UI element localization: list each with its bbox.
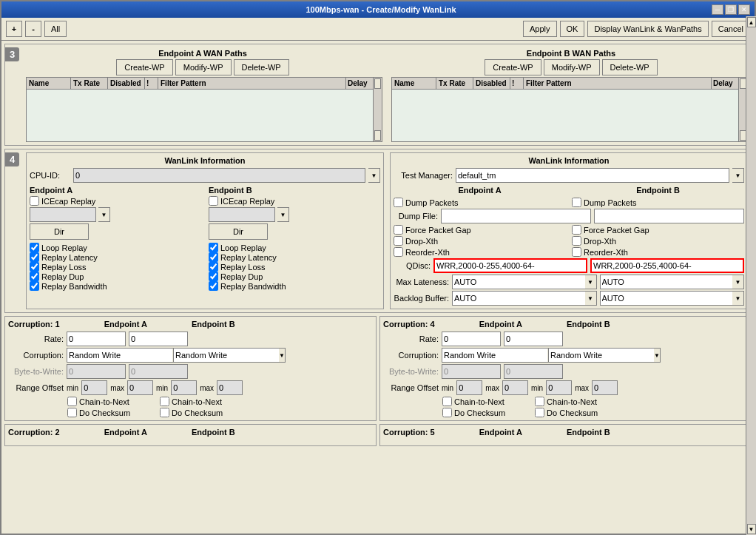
scrollbar-down-btn[interactable]: ▼ bbox=[747, 524, 756, 534]
corr1-checksum-a-check[interactable] bbox=[67, 408, 77, 417]
ep-b-replay-dropdown[interactable]: ▼ bbox=[277, 207, 289, 222]
corr1-min-a-input[interactable] bbox=[81, 380, 107, 395]
ep-a-dir-btn[interactable]: Dir bbox=[30, 223, 89, 240]
corr4-checksum-a-check[interactable] bbox=[442, 408, 452, 417]
corr4-checksum-b-check[interactable] bbox=[535, 408, 544, 417]
ep-a-replay-dup-check[interactable] bbox=[30, 272, 39, 281]
ep-b-drop-xth-check[interactable] bbox=[572, 236, 581, 246]
corr4-rate-a-input[interactable] bbox=[442, 332, 501, 346]
ep-a-reorder-xth-check[interactable] bbox=[394, 247, 403, 257]
close-btn[interactable]: ✕ bbox=[738, 4, 750, 15]
dump-file-b-input[interactable] bbox=[594, 209, 744, 223]
title-bar: 100Mbps-wan - Create/Modify WanLink ─ ❐ … bbox=[1, 1, 755, 18]
ep-a-dump-packets-label: Dump Packets bbox=[405, 198, 459, 207]
ep-a-replay-loss-check[interactable] bbox=[30, 262, 39, 272]
max-lateness-b-input[interactable] bbox=[600, 275, 733, 289]
plus-button[interactable]: + bbox=[6, 21, 22, 37]
ep-a-icecap-label: ICEcap Replay bbox=[41, 197, 95, 206]
ep-b-dump-packets-check[interactable] bbox=[572, 198, 581, 207]
ep-b-delete-wp-btn[interactable]: Delete-WP bbox=[602, 59, 658, 75]
test-manager-input[interactable] bbox=[456, 168, 729, 183]
ep-b-reorder-xth-check[interactable] bbox=[572, 247, 581, 257]
test-manager-dropdown[interactable]: ▼ bbox=[732, 168, 744, 183]
max-lateness-b-dropdown[interactable]: ▼ bbox=[732, 275, 744, 289]
corr4-byte-a-input[interactable] bbox=[442, 364, 501, 379]
corr4-chain-a-check[interactable] bbox=[442, 397, 452, 406]
display-wanlink-button[interactable]: Display WanLink & WanPaths bbox=[587, 21, 708, 37]
ep-a-replay-dropdown[interactable]: ▼ bbox=[98, 207, 110, 222]
minimize-btn[interactable]: ─ bbox=[712, 4, 723, 15]
max-lateness-a-dropdown[interactable]: ▼ bbox=[585, 275, 597, 289]
corr4-byte-b-input[interactable] bbox=[504, 364, 563, 379]
ep-b-replay-loss-check[interactable] bbox=[209, 262, 218, 272]
corr4-min-b-input[interactable] bbox=[546, 380, 572, 395]
backlog-b-dropdown[interactable]: ▼ bbox=[732, 291, 744, 306]
corr1-chain-a-check[interactable] bbox=[67, 397, 77, 406]
ep-b-replay-dup-label: Replay Dup bbox=[220, 272, 263, 281]
backlog-b-input[interactable] bbox=[600, 291, 733, 306]
ep-b-replay-bw-check[interactable] bbox=[209, 281, 218, 291]
corr1-byte-b-input[interactable] bbox=[129, 364, 188, 379]
corr4-corruption-b-dropdown[interactable]: ▼ bbox=[654, 348, 661, 363]
max-lateness-a-input[interactable] bbox=[452, 275, 585, 289]
corr4-min-a-input[interactable] bbox=[456, 380, 482, 395]
corr1-min-b-input[interactable] bbox=[171, 380, 197, 395]
ep-a-replay-file-input[interactable] bbox=[30, 207, 96, 222]
cancel-button[interactable]: Cancel bbox=[712, 21, 750, 37]
corr1-rate-a-input[interactable] bbox=[67, 332, 126, 346]
ep-a-replay-latency-check[interactable] bbox=[30, 252, 39, 262]
ep-b-col-txrate: Tx Rate bbox=[436, 78, 473, 89]
ep-a-create-wp-btn[interactable]: Create-WP bbox=[116, 59, 172, 75]
ep-a-loop-replay-check[interactable] bbox=[30, 243, 39, 252]
ep-b-modify-wp-btn[interactable]: Modify-WP bbox=[544, 59, 600, 75]
qdisc-a-input[interactable] bbox=[433, 258, 587, 273]
ep-a-dump-packets-check[interactable] bbox=[394, 198, 403, 207]
all-button[interactable]: All bbox=[44, 21, 67, 37]
ep-b-icecap-checkbox[interactable] bbox=[209, 196, 218, 206]
cpu-id-input[interactable] bbox=[73, 168, 365, 183]
corr4-chain-b-check[interactable] bbox=[535, 397, 544, 406]
section3: 3 Endpoint A WAN Paths Endpoint B WAN Pa… bbox=[4, 44, 752, 146]
corr1-chain-b-check[interactable] bbox=[160, 397, 169, 406]
corr4-corruption-b-input[interactable] bbox=[548, 348, 654, 363]
ep-a-section: Endpoint A ICEcap Replay ▼ bbox=[30, 186, 201, 291]
corr4-max-b-input[interactable] bbox=[592, 380, 618, 395]
cpu-id-dropdown-btn[interactable]: ▼ bbox=[368, 168, 380, 183]
backlog-a-dropdown[interactable]: ▼ bbox=[585, 291, 597, 306]
corr4-corruption-a-input[interactable] bbox=[442, 348, 547, 363]
corr1-corruption-b-input[interactable] bbox=[173, 348, 279, 363]
corr4-rate-b-input[interactable] bbox=[504, 332, 563, 346]
scrollbar-up-btn[interactable]: ▲ bbox=[747, 17, 756, 27]
main-scrollbar[interactable]: ▲ ▼ bbox=[746, 16, 756, 535]
corr1-byte-a-input[interactable] bbox=[67, 364, 126, 379]
ep-a-drop-xth-check[interactable] bbox=[394, 236, 403, 246]
ep-b-replay-latency-check[interactable] bbox=[209, 252, 218, 262]
corr1-corruption-a-input[interactable] bbox=[67, 348, 172, 363]
ep-b-dir-btn[interactable]: Dir bbox=[209, 223, 268, 240]
corr1-corruption-b-dropdown[interactable]: ▼ bbox=[279, 348, 286, 363]
ep-a-modify-wp-btn[interactable]: Modify-WP bbox=[175, 59, 232, 75]
apply-button[interactable]: Apply bbox=[523, 21, 557, 37]
qdisc-b-input[interactable] bbox=[590, 258, 744, 273]
corr1-max-b-input[interactable] bbox=[217, 380, 243, 395]
backlog-a-input[interactable] bbox=[452, 291, 585, 306]
restore-btn[interactable]: ❐ bbox=[725, 4, 737, 15]
ep-b-replay-file-input[interactable] bbox=[209, 207, 275, 222]
ep-a-replay-bw-check[interactable] bbox=[30, 281, 39, 291]
ep-a-force-packet-gap-check[interactable] bbox=[394, 225, 403, 235]
minus-button[interactable]: - bbox=[25, 21, 41, 37]
ep-a-replay-latency-label: Replay Latency bbox=[41, 253, 98, 262]
ep-b-force-packet-gap-check[interactable] bbox=[572, 225, 581, 235]
ep-b-create-wp-btn[interactable]: Create-WP bbox=[485, 59, 541, 75]
corruption2-ep-b-header: Endpoint B bbox=[192, 428, 235, 437]
ep-b-loop-replay-check[interactable] bbox=[209, 243, 218, 252]
ep-a-delete-wp-btn[interactable]: Delete-WP bbox=[234, 59, 289, 75]
ep-a-icecap-checkbox[interactable] bbox=[30, 196, 39, 206]
ok-button[interactable]: OK bbox=[560, 21, 585, 37]
dump-file-a-input[interactable] bbox=[441, 209, 591, 223]
corr1-checksum-b-check[interactable] bbox=[160, 408, 169, 417]
corr1-rate-b-input[interactable] bbox=[129, 332, 188, 346]
corr1-max-a-input[interactable] bbox=[127, 380, 153, 395]
ep-b-replay-dup-check[interactable] bbox=[209, 272, 218, 281]
corr4-max-a-input[interactable] bbox=[502, 380, 528, 395]
